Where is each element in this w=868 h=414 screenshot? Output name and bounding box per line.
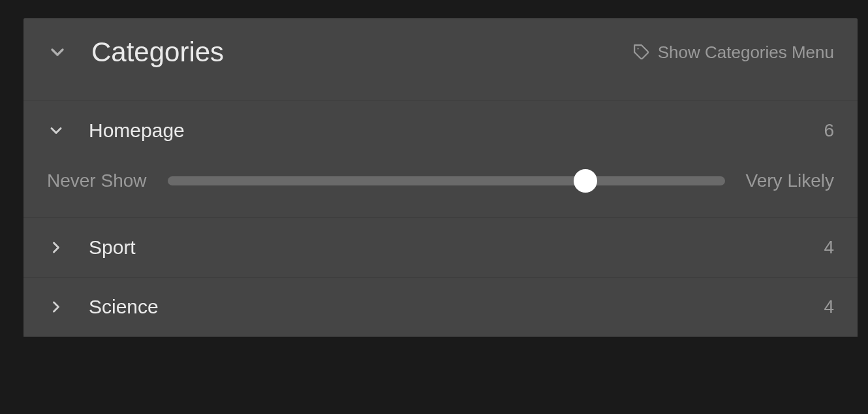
slider-max-label: Very Likely	[746, 170, 834, 191]
chevron-right-icon	[47, 238, 65, 257]
category-header-homepage[interactable]: Homepage 6	[23, 101, 858, 160]
show-categories-menu-button[interactable]: Show Categories Menu	[633, 42, 834, 63]
category-header-science[interactable]: Science 4	[23, 278, 858, 336]
slider-thumb[interactable]	[574, 169, 597, 193]
category-count: 6	[824, 120, 834, 141]
category-left-group: Homepage	[47, 119, 185, 142]
category-header-sport[interactable]: Sport 4	[23, 218, 858, 277]
category-count: 4	[824, 237, 834, 258]
category-toggle[interactable]	[47, 298, 65, 316]
tag-icon	[633, 44, 650, 61]
category-slider-container: Never Show Very Likely	[23, 160, 858, 217]
category-count: 4	[824, 296, 834, 317]
chevron-down-icon	[47, 42, 68, 63]
category-name: Science	[89, 296, 159, 318]
panel-header: Categories Show Categories Menu	[23, 18, 858, 101]
category-left-group: Sport	[47, 236, 136, 259]
panel-title: Categories	[91, 37, 224, 68]
category-name: Sport	[89, 236, 136, 259]
chevron-down-icon	[47, 121, 65, 140]
category-row: Science 4	[23, 278, 858, 337]
category-toggle[interactable]	[47, 238, 65, 257]
category-toggle[interactable]	[47, 121, 65, 140]
slider-min-label: Never Show	[47, 170, 147, 191]
category-left-group: Science	[47, 296, 159, 318]
categories-panel: Categories Show Categories Menu Homepage…	[23, 18, 858, 337]
category-row: Sport 4	[23, 218, 858, 278]
panel-collapse-toggle[interactable]	[47, 42, 68, 63]
chevron-right-icon	[47, 298, 65, 316]
category-row: Homepage 6 Never Show Very Likely	[23, 101, 858, 218]
show-categories-menu-label: Show Categories Menu	[658, 42, 834, 63]
header-left-group: Categories	[47, 37, 224, 68]
category-name: Homepage	[89, 119, 185, 142]
likelihood-slider[interactable]	[168, 176, 725, 185]
